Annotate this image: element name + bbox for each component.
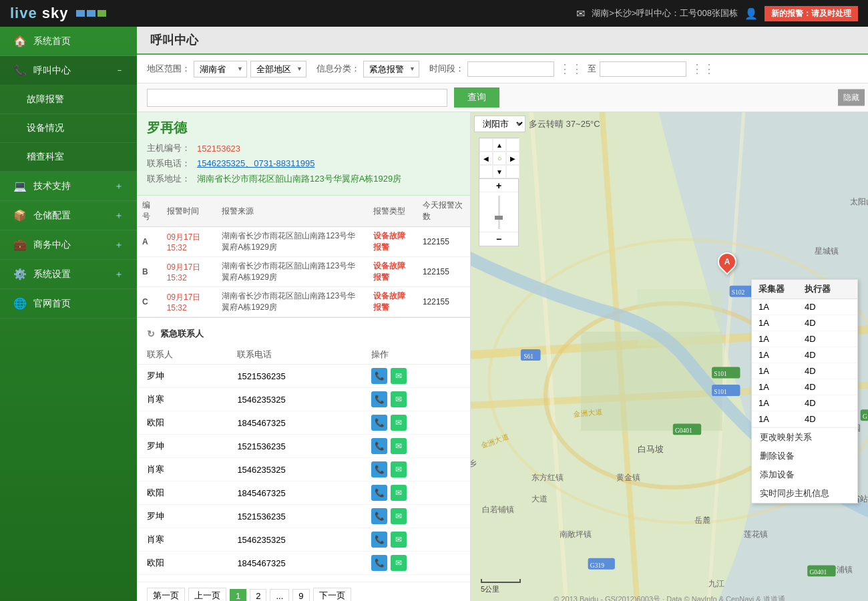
sidebar-item-equipment[interactable]: 设备情况 [0,114,137,143]
alert-table-row[interactable]: C 09月17日15:32 湖南省长沙市雨花区韶山南路123号华翼府A栋1929… [137,287,470,317]
ctx-data-row: 1A4D [752,395,857,411]
refresh-icon[interactable]: ↻ [147,329,155,339]
map-toolbar: 浏阳市 多云转晴 37~25°C [474,116,600,132]
map-nav-down[interactable]: ▼ [493,165,506,178]
alert-badge[interactable]: 新的报警：请及时处理 [765,6,858,21]
time-label: 时间段： [429,63,464,75]
alert-table-row[interactable]: A 09月17日15:32 湖南省长沙市雨花区韶山南路123号华翼府A栋1929… [137,227,470,257]
ctx-action-3[interactable]: 添加设备 [752,465,857,484]
ctx-c1: 1A [758,382,805,392]
city-select[interactable]: 全部地区 [250,61,306,77]
next-page-btn[interactable]: 下一页 [313,588,351,601]
sidebar-label-equipment: 设备情况 [27,122,124,134]
mail-button[interactable]: ✉ [391,508,407,524]
call-button[interactable]: 📞 [371,415,387,431]
contact-table: 联系人 联系电话 操作 罗坤 1521536235 📞 ✉ 肖寒 1546235… [137,345,470,575]
alert-row-source: 湖南省长沙市雨花区韶山南路123号华翼府A栋1929房 [216,257,368,287]
call-button[interactable]: 📞 [371,555,387,571]
sidebar-item-audit[interactable]: 稽查科室 [0,143,137,172]
zoom-out-btn[interactable]: − [479,232,518,246]
search-input[interactable] [147,89,447,107]
city-select-wrapper[interactable]: 全部地区 [250,61,306,77]
map-nav-up[interactable]: ▲ [493,138,506,152]
mail-button[interactable]: ✉ [391,438,407,454]
call-button[interactable]: 📞 [371,438,387,454]
alert-table-row[interactable]: B 09月17日15:32 湖南省长沙市雨花区韶山南路123号华翼府A栋1929… [137,257,470,287]
ctx-action-4[interactable]: 实时同步主机信息 [752,484,857,503]
mail-button[interactable]: ✉ [391,415,407,431]
mail-button[interactable]: ✉ [391,368,407,384]
contact-name: 欧阳 [137,481,227,505]
sidebar-item-callcenter[interactable]: 📞 呼叫中心 － [0,56,137,85]
ctx-action-2[interactable]: 删除设备 [752,447,857,465]
sidebar-item-settings[interactable]: ⚙️ 系统设置 ＋ [0,260,137,289]
addr-row: 联系地址： 湖南省长沙市雨花区韶山南路123号华翼府A栋1929房 [147,173,460,185]
info-select[interactable]: 紧急报警 [363,61,419,77]
map-nav-right[interactable]: ▶ [506,152,519,165]
call-button[interactable]: 📞 [371,461,387,477]
province-select[interactable]: 湖南省 [194,61,247,77]
zoom-in-btn[interactable]: + [479,179,518,192]
query-button[interactable]: 查询 [454,87,499,108]
call-button[interactable]: 📞 [371,368,387,384]
sidebar-sub-callcenter: 故障报警 设备情况 稽查科室 [0,85,137,172]
alert-table-section: 编号 报警时间 报警来源 报警类型 今天报警次数 A 09月17日15:32 湖… [137,196,470,318]
website-icon: 🌐 [13,297,27,310]
sidebar-item-business[interactable]: 💼 商务中心 ＋ [0,230,137,260]
svg-text:S101: S101 [714,389,727,395]
calendar-end-icon[interactable]: ⋮⋮ [690,60,716,77]
zoom-slider[interactable] [479,192,518,232]
call-button[interactable]: 📞 [371,391,387,407]
call-button[interactable]: 📞 [371,532,387,548]
phone-number[interactable]: 1546235325、0731-88311995 [197,158,314,170]
contact-phone: 1845467325 [227,552,361,575]
hide-button[interactable]: 隐藏 [838,89,865,106]
calendar-start-icon[interactable]: ⋮⋮ [558,60,584,77]
alert-row-time: 09月17日15:32 [162,257,217,287]
contact-actions: 📞 ✉ [361,552,470,575]
ctx-c1: 1A [758,302,805,312]
map-panel[interactable]: 望城区 太阳山森林公园 星城镇 乌山市 洲乡 大道 白马坡 南敞坪镇 莲花镇 含… [471,112,868,601]
map-nav-left[interactable]: ◀ [479,152,493,165]
alert-table-body: A 09月17日15:32 湖南省长沙市雨花区韶山南路123号华翼府A栋1929… [137,227,470,317]
info-select-wrapper[interactable]: 紧急报警 [363,61,419,77]
page-2-btn[interactable]: 2 [250,589,266,602]
sidebar-item-techsupport[interactable]: 💻 技术支持 ＋ [0,172,137,201]
mail-button[interactable]: ✉ [391,555,407,571]
time-start-input[interactable] [467,61,554,77]
province-select-wrapper[interactable]: 湖南省 [194,61,247,77]
sidebar-item-website[interactable]: 🌐 官网首页 [0,289,137,319]
sidebar-label-callcenter: 呼叫中心 [33,65,116,77]
svg-text:S101: S101 [714,371,727,377]
contact-table-body: 罗坤 1521536235 📞 ✉ 肖寒 1546235325 📞 ✉ 欧阳 1… [137,365,470,575]
mail-button[interactable]: ✉ [391,485,407,501]
page-1-btn[interactable]: 1 [230,589,246,602]
call-button[interactable]: 📞 [371,485,387,501]
sidebar-item-warehouse[interactable]: 📦 仓储配置 ＋ [0,201,137,230]
page-9-btn[interactable]: 9 [292,589,309,602]
emergency-header: ↻ 紧急联系人 [137,325,470,345]
mail-button[interactable]: ✉ [391,532,407,548]
sidebar-item-fault[interactable]: 故障报警 [0,85,137,114]
call-button[interactable]: 📞 [371,508,387,524]
sidebar-item-home[interactable]: 🏠 系统首页 [0,27,137,56]
time-end-input[interactable] [600,61,686,77]
map-city-select[interactable]: 浏阳市 [474,116,525,132]
address: 湖南省长沙市雨花区韶山南路123号华翼府A栋1929房 [197,173,401,185]
ctx-action-1[interactable]: 更改映射关系 [752,428,857,447]
alert-row-type: 设备故障 报警 [368,287,417,317]
mail-button[interactable]: ✉ [391,391,407,407]
first-page-btn[interactable]: 第一页 [147,588,185,601]
techsupport-icon: 💻 [13,180,27,192]
prev-page-btn[interactable]: 上一页 [188,588,226,601]
col-contact: 联系人 [137,345,227,365]
contact-name: 罗坤 [137,435,227,458]
plus-icon-business: ＋ [114,239,124,251]
map-nav-center[interactable]: ○ [493,152,506,165]
ctx-c2: 4D [805,350,851,360]
svg-text:G0401: G0401 [809,569,827,576]
mail-button[interactable]: ✉ [391,461,407,477]
contact-row: 欧阳 1845467325 📞 ✉ [137,481,470,505]
contact-name: 肖寒 [137,388,227,411]
map-city-wrapper[interactable]: 浏阳市 [474,116,525,132]
